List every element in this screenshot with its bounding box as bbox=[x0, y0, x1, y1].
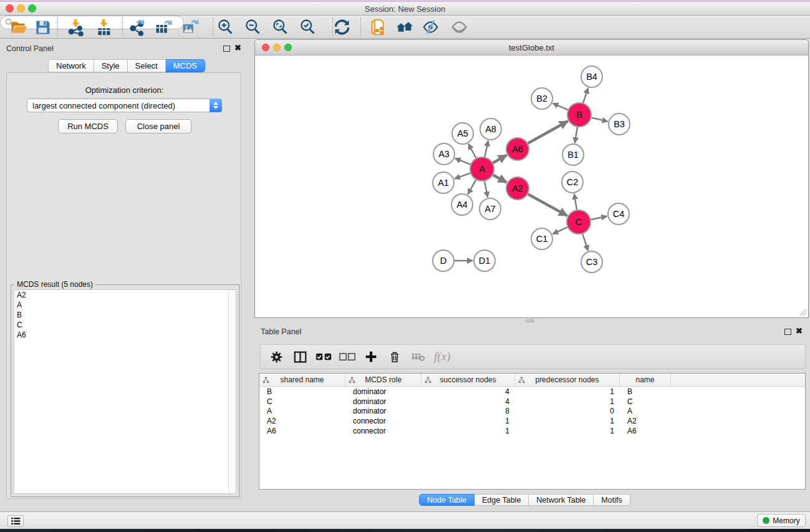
result-list-scrollbar[interactable] bbox=[228, 290, 236, 493]
mcds-result-item[interactable]: A bbox=[14, 300, 236, 310]
column-header-name[interactable]: name bbox=[620, 374, 671, 386]
graph-node-B1[interactable]: B1 bbox=[562, 144, 584, 165]
graph-node-D1[interactable]: D1 bbox=[474, 250, 495, 271]
graph-edge-C-C1[interactable] bbox=[552, 227, 567, 234]
tab-network-table[interactable]: Network Table bbox=[529, 494, 594, 506]
graph-node-A1[interactable]: A1 bbox=[433, 172, 454, 193]
optimization-criterion-dropdown[interactable]: largest connected component (directed) bbox=[27, 99, 222, 112]
graph-edge-A-A3[interactable] bbox=[455, 158, 471, 165]
graph-node-A[interactable]: A bbox=[470, 157, 494, 181]
tab-mcds[interactable]: MCDS bbox=[166, 59, 205, 72]
column-header-shared-name[interactable]: shared name bbox=[259, 374, 345, 386]
graph-edge-B-B3[interactable] bbox=[591, 118, 607, 122]
column-header-successor-nodes[interactable]: successor nodes bbox=[422, 374, 515, 386]
graph-node-A3[interactable]: A3 bbox=[433, 143, 455, 165]
mcds-result-item[interactable]: B bbox=[14, 310, 236, 320]
graph-edge-B-B4[interactable] bbox=[583, 88, 588, 103]
graph-node-D[interactable]: D bbox=[433, 250, 454, 271]
graph-node-A4[interactable]: A4 bbox=[451, 194, 473, 215]
export-table-icon[interactable] bbox=[152, 17, 174, 37]
graph-edge-A-A8[interactable] bbox=[485, 141, 488, 157]
graph-node-B2[interactable]: B2 bbox=[531, 88, 552, 109]
mcds-result-item[interactable]: A2 bbox=[14, 290, 236, 300]
graph-node-B[interactable]: B bbox=[567, 103, 591, 127]
graph-edge-A6-B[interactable] bbox=[528, 121, 568, 143]
table-row[interactable]: A2connector11A2 bbox=[259, 416, 805, 426]
graph-edge-C-C3[interactable] bbox=[582, 234, 588, 251]
graph-node-C3[interactable]: C3 bbox=[581, 251, 602, 273]
table-row[interactable]: Adominator80A bbox=[259, 406, 805, 416]
splitter-handle[interactable] bbox=[526, 319, 534, 322]
graph-node-A2[interactable]: A2 bbox=[506, 177, 529, 200]
task-history-button[interactable] bbox=[7, 515, 24, 527]
zoom-selected-icon[interactable] bbox=[296, 17, 319, 37]
tab-network[interactable]: Network bbox=[48, 59, 94, 72]
mcds-result-item[interactable]: C bbox=[14, 320, 236, 330]
column-header-predecessor-nodes[interactable]: predecessor nodes bbox=[515, 374, 620, 386]
split-columns-icon[interactable] bbox=[288, 346, 312, 368]
graph-node-A5[interactable]: A5 bbox=[452, 123, 473, 144]
add-column-icon[interactable] bbox=[359, 346, 383, 368]
node-table[interactable]: shared name MCDS role successor nodes pr… bbox=[259, 373, 806, 490]
network-window-titlebar[interactable]: testGlobe.txt bbox=[255, 40, 808, 56]
graph-edge-A-A5[interactable] bbox=[468, 144, 476, 158]
delete-table-icon[interactable] bbox=[407, 346, 430, 368]
graph-edge-A-A6[interactable] bbox=[493, 155, 506, 163]
mcds-result-item[interactable]: A6 bbox=[14, 330, 236, 340]
graph-node-B3[interactable]: B3 bbox=[609, 114, 630, 135]
control-panel-close-icon[interactable]: ✖ bbox=[234, 45, 241, 51]
table-row[interactable]: A6connector11A6 bbox=[259, 426, 805, 436]
gear-icon[interactable] bbox=[264, 346, 288, 368]
graph-edge-B-B2[interactable] bbox=[552, 104, 567, 110]
table-row[interactable]: Bdominator41B bbox=[259, 387, 805, 397]
graph-node-C[interactable]: C bbox=[567, 210, 591, 234]
control-panel-float-icon[interactable] bbox=[223, 46, 230, 52]
run-mcds-button[interactable]: Run MCDS bbox=[58, 119, 118, 133]
show-details-icon[interactable] bbox=[448, 17, 470, 37]
graph-edge-C-C2[interactable] bbox=[574, 194, 577, 210]
first-neighbors-icon[interactable] bbox=[393, 17, 415, 37]
zoom-fit-icon[interactable] bbox=[269, 17, 291, 37]
table-panel-close-icon[interactable]: ✖ bbox=[796, 328, 803, 334]
graph-node-A7[interactable]: A7 bbox=[480, 198, 501, 220]
open-file-icon[interactable] bbox=[7, 17, 30, 37]
memory-button[interactable]: Memory bbox=[757, 514, 806, 527]
network-graph[interactable]: B4B2BB3A8A5A6A3B1AA1C2A2A4A7C4CC1C3DD1 bbox=[255, 56, 808, 317]
graph-edge-B-B1[interactable] bbox=[575, 127, 577, 143]
graph-node-C4[interactable]: C4 bbox=[608, 203, 629, 225]
export-image-icon[interactable] bbox=[178, 17, 201, 37]
graph-node-B4[interactable]: B4 bbox=[581, 66, 602, 87]
import-table-icon[interactable] bbox=[92, 17, 115, 37]
zoom-out-icon[interactable] bbox=[241, 17, 264, 37]
zoom-in-icon[interactable] bbox=[214, 17, 236, 37]
deselect-all-checkboxes-icon[interactable] bbox=[335, 346, 359, 368]
function-builder-icon[interactable]: f(x) bbox=[430, 350, 450, 364]
tab-motifs[interactable]: Motifs bbox=[594, 494, 630, 506]
table-row[interactable]: Cdominator41C bbox=[259, 397, 805, 407]
graph-edge-A-A4[interactable] bbox=[468, 180, 476, 194]
hide-details-icon[interactable] bbox=[419, 17, 441, 37]
save-session-icon[interactable] bbox=[31, 17, 54, 37]
close-panel-button[interactable]: Close panel bbox=[125, 119, 191, 133]
graph-edge-A2-C[interactable] bbox=[528, 194, 567, 216]
tab-style[interactable]: Style bbox=[94, 59, 128, 72]
graph-node-C1[interactable]: C1 bbox=[531, 228, 552, 249]
tab-select[interactable]: Select bbox=[128, 59, 166, 72]
graph-node-A6[interactable]: A6 bbox=[506, 138, 529, 160]
delete-column-icon[interactable] bbox=[383, 346, 407, 368]
tab-edge-table[interactable]: Edge Table bbox=[475, 494, 529, 506]
import-network-icon[interactable] bbox=[64, 17, 87, 37]
graph-node-A8[interactable]: A8 bbox=[480, 118, 501, 140]
graph-edge-C-C4[interactable] bbox=[591, 216, 607, 220]
mcds-result-list[interactable]: A2ABCA6 bbox=[14, 289, 236, 494]
graph-edge-A-A7[interactable] bbox=[485, 181, 488, 198]
refresh-icon[interactable] bbox=[330, 17, 353, 37]
tab-node-table[interactable]: Node Table bbox=[419, 494, 475, 506]
select-all-checkboxes-icon[interactable] bbox=[312, 346, 335, 368]
graph-edge-A-A1[interactable] bbox=[455, 173, 470, 179]
graph-edge-A-A2[interactable] bbox=[493, 175, 507, 183]
new-network-from-file-icon[interactable] bbox=[367, 17, 389, 37]
column-header-mcds-role[interactable]: MCDS role bbox=[345, 374, 422, 386]
export-network-icon[interactable] bbox=[125, 17, 148, 37]
graph-node-C2[interactable]: C2 bbox=[562, 172, 583, 193]
